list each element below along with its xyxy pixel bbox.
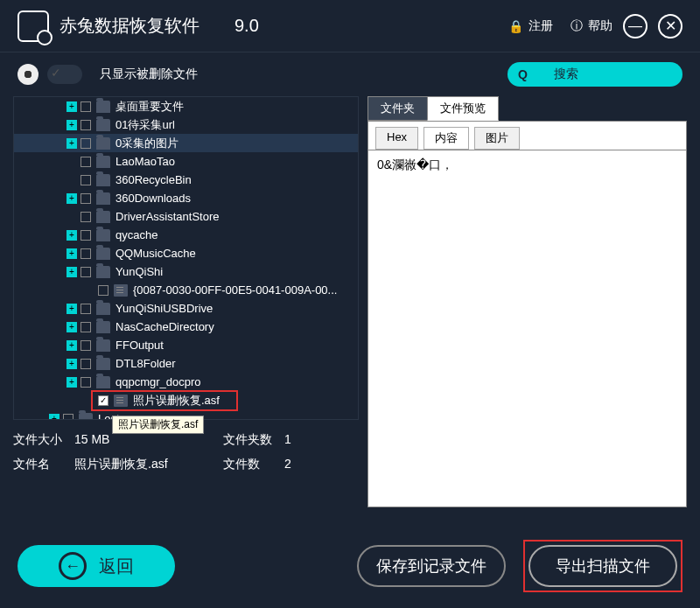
tree-item-label: DTL8Folder: [116, 357, 176, 370]
checkbox[interactable]: [63, 414, 74, 421]
bottom-bar: ← 返回 保存到记录文件 导出扫描文件: [0, 540, 700, 592]
tree-item[interactable]: DriverAssistantStore: [14, 207, 358, 226]
folder-icon: [96, 358, 110, 370]
checkbox[interactable]: [80, 248, 91, 259]
subtab-hex[interactable]: Hex: [375, 127, 418, 150]
folder-icon: [96, 101, 110, 113]
tree-item-label: qqpcmgr_docpro: [116, 375, 201, 388]
expand-icon[interactable]: +: [66, 101, 77, 112]
minus-icon: —: [628, 18, 642, 34]
checkbox[interactable]: [80, 304, 91, 314]
tree-item[interactable]: +qqpcmgr_docpro: [14, 373, 358, 391]
folder-icon: [96, 211, 110, 223]
checkbox[interactable]: [80, 340, 91, 351]
search-bar[interactable]: Q 搜索: [508, 62, 682, 87]
tree-item-label: 照片误删恢复.asf: [133, 393, 220, 409]
expand-icon[interactable]: +: [66, 322, 77, 332]
tree-panel: +桌面重要文件+01待采集url+0采集的图片LaoMaoTao360Recyc…: [13, 96, 359, 507]
minimize-button[interactable]: —: [623, 14, 648, 38]
folder-icon: [96, 339, 110, 352]
tree-item[interactable]: +YunQiShiUSBDrive: [14, 299, 358, 318]
tab-folder[interactable]: 文件夹: [368, 96, 428, 121]
folder-count-label: 文件夹数: [223, 432, 284, 448]
file-count-label: 文件数: [223, 457, 284, 472]
back-button[interactable]: ← 返回: [18, 545, 175, 587]
back-arrow-icon: ←: [59, 552, 87, 580]
expand-icon[interactable]: +: [66, 138, 77, 149]
preview-subtabs: Hex 内容 图片: [368, 121, 687, 150]
checkbox[interactable]: [80, 138, 91, 149]
export-label: 导出扫描文件: [556, 556, 650, 577]
main-area: +桌面重要文件+01待采集url+0采集的图片LaoMaoTao360Recyc…: [0, 96, 700, 507]
checkbox[interactable]: [80, 377, 91, 388]
help-icon: ⓘ: [570, 18, 583, 34]
expand-icon[interactable]: +: [66, 304, 77, 314]
expand-icon[interactable]: +: [66, 248, 77, 259]
subtab-content[interactable]: 内容: [424, 127, 469, 150]
tree-item[interactable]: +NasCacheDirectory: [14, 318, 358, 336]
folder-icon: [96, 303, 110, 315]
tree-item[interactable]: +360Downloads: [14, 189, 358, 207]
search-label: 搜索: [554, 66, 578, 82]
folder-icon: [96, 248, 110, 260]
checkbox[interactable]: ✓: [98, 395, 108, 406]
checkbox[interactable]: [80, 359, 91, 369]
tree-item[interactable]: +01待采集url: [14, 115, 358, 134]
back-label: 返回: [99, 555, 134, 578]
tree-item-label: qycache: [116, 228, 158, 241]
tree-item[interactable]: +YunQiShi: [14, 262, 358, 281]
size-label: 文件大小: [13, 432, 74, 448]
register-button[interactable]: 🔒 注册: [508, 18, 553, 34]
tree-item[interactable]: +0采集的图片: [14, 134, 358, 152]
checkbox[interactable]: [80, 193, 91, 204]
checkbox[interactable]: [80, 157, 91, 167]
checkbox[interactable]: [80, 175, 91, 185]
tree-item[interactable]: +桌面重要文件: [14, 97, 358, 115]
tree-item[interactable]: +DTL8Folder: [14, 354, 358, 373]
folder-count-value: 1: [284, 432, 291, 448]
tree-item-label: 0采集的图片: [116, 136, 178, 151]
tree-item[interactable]: LaoMaoTao: [14, 152, 358, 171]
folder-icon: [96, 229, 110, 241]
file-tree[interactable]: +桌面重要文件+01待采集url+0采集的图片LaoMaoTao360Recyc…: [13, 96, 359, 420]
titlebar: 赤兔数据恢复软件 9.0 🔒 注册 ⓘ 帮助 — ✕: [0, 0, 700, 52]
search-icon: Q: [518, 67, 528, 81]
tree-item[interactable]: +QQMusicCache: [14, 244, 358, 262]
checkbox[interactable]: [80, 101, 91, 112]
help-label: 帮助: [588, 18, 612, 34]
checkbox[interactable]: [98, 285, 108, 296]
expand-icon[interactable]: +: [66, 267, 77, 277]
checkbox[interactable]: [80, 212, 91, 222]
tab-preview[interactable]: 文件预览: [427, 96, 499, 121]
save-log-button[interactable]: 保存到记录文件: [357, 545, 506, 587]
expand-icon[interactable]: +: [49, 414, 60, 421]
tree-item[interactable]: +qycache: [14, 226, 358, 244]
close-button[interactable]: ✕: [658, 14, 682, 38]
folder-icon: [96, 376, 110, 388]
deleted-only-toggle[interactable]: [47, 65, 82, 84]
expand-icon[interactable]: +: [66, 230, 77, 241]
expand-icon[interactable]: +: [66, 359, 77, 369]
tree-item-label: YunQiShiUSBDrive: [116, 302, 213, 315]
expand-icon[interactable]: +: [66, 377, 77, 388]
tree-item[interactable]: 360RecycleBin: [14, 171, 358, 189]
subtab-image[interactable]: 图片: [474, 127, 520, 150]
expand-icon[interactable]: +: [66, 120, 77, 130]
expand-icon[interactable]: +: [66, 193, 77, 204]
checkbox[interactable]: [80, 322, 91, 332]
checkbox[interactable]: [80, 267, 91, 277]
disc-icon[interactable]: [18, 64, 38, 85]
export-button[interactable]: 导出扫描文件: [528, 545, 677, 587]
checkbox[interactable]: [80, 230, 91, 241]
tree-item[interactable]: +FFOutput: [14, 336, 358, 354]
folder-icon: [96, 174, 110, 186]
folder-icon: [96, 137, 110, 150]
tree-item[interactable]: {0087-0030-00FF-00E5-0041-009A-00...: [14, 281, 358, 299]
checkbox[interactable]: [80, 120, 91, 130]
help-button[interactable]: ⓘ 帮助: [570, 18, 612, 34]
tree-item-label: YunQiShi: [116, 265, 163, 278]
folder-icon: [96, 156, 110, 168]
expand-icon[interactable]: +: [66, 340, 77, 351]
app-version: 9.0: [234, 16, 259, 36]
tree-item[interactable]: ✓照片误删恢复.asf: [14, 391, 358, 409]
